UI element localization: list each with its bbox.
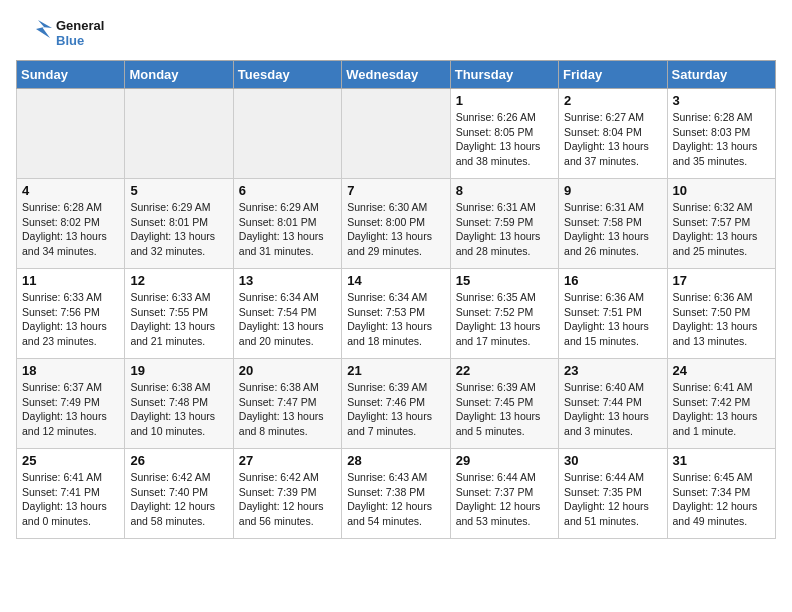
day-info: Sunrise: 6:44 AMSunset: 7:35 PMDaylight:… (564, 470, 661, 529)
day-number: 18 (22, 363, 119, 378)
day-info: Sunrise: 6:29 AMSunset: 8:01 PMDaylight:… (239, 200, 336, 259)
day-info: Sunrise: 6:26 AMSunset: 8:05 PMDaylight:… (456, 110, 553, 169)
day-number: 27 (239, 453, 336, 468)
day-info: Sunrise: 6:31 AMSunset: 7:58 PMDaylight:… (564, 200, 661, 259)
day-number: 19 (130, 363, 227, 378)
day-number: 5 (130, 183, 227, 198)
day-info: Sunrise: 6:38 AMSunset: 7:48 PMDaylight:… (130, 380, 227, 439)
day-info: Sunrise: 6:39 AMSunset: 7:46 PMDaylight:… (347, 380, 444, 439)
calendar-cell: 23Sunrise: 6:40 AMSunset: 7:44 PMDayligh… (559, 359, 667, 449)
day-number: 15 (456, 273, 553, 288)
day-info: Sunrise: 6:44 AMSunset: 7:37 PMDaylight:… (456, 470, 553, 529)
svg-marker-0 (36, 20, 52, 38)
calendar-cell: 14Sunrise: 6:34 AMSunset: 7:53 PMDayligh… (342, 269, 450, 359)
calendar-week-2: 4Sunrise: 6:28 AMSunset: 8:02 PMDaylight… (17, 179, 776, 269)
calendar-cell: 9Sunrise: 6:31 AMSunset: 7:58 PMDaylight… (559, 179, 667, 269)
calendar-cell (17, 89, 125, 179)
day-info: Sunrise: 6:45 AMSunset: 7:34 PMDaylight:… (673, 470, 770, 529)
day-info: Sunrise: 6:41 AMSunset: 7:41 PMDaylight:… (22, 470, 119, 529)
day-info: Sunrise: 6:35 AMSunset: 7:52 PMDaylight:… (456, 290, 553, 349)
day-info: Sunrise: 6:43 AMSunset: 7:38 PMDaylight:… (347, 470, 444, 529)
calendar-cell: 2Sunrise: 6:27 AMSunset: 8:04 PMDaylight… (559, 89, 667, 179)
calendar-cell (125, 89, 233, 179)
calendar-cell: 28Sunrise: 6:43 AMSunset: 7:38 PMDayligh… (342, 449, 450, 539)
day-info: Sunrise: 6:42 AMSunset: 7:40 PMDaylight:… (130, 470, 227, 529)
day-header-thursday: Thursday (450, 61, 558, 89)
day-header-friday: Friday (559, 61, 667, 89)
calendar-cell: 12Sunrise: 6:33 AMSunset: 7:55 PMDayligh… (125, 269, 233, 359)
day-header-saturday: Saturday (667, 61, 775, 89)
day-number: 20 (239, 363, 336, 378)
calendar-cell: 24Sunrise: 6:41 AMSunset: 7:42 PMDayligh… (667, 359, 775, 449)
day-number: 24 (673, 363, 770, 378)
logo-text: General Blue (56, 19, 104, 49)
day-number: 9 (564, 183, 661, 198)
calendar-week-3: 11Sunrise: 6:33 AMSunset: 7:56 PMDayligh… (17, 269, 776, 359)
day-number: 11 (22, 273, 119, 288)
day-number: 4 (22, 183, 119, 198)
day-info: Sunrise: 6:36 AMSunset: 7:51 PMDaylight:… (564, 290, 661, 349)
calendar-week-1: 1Sunrise: 6:26 AMSunset: 8:05 PMDaylight… (17, 89, 776, 179)
page-header: General Blue (16, 16, 776, 52)
day-info: Sunrise: 6:34 AMSunset: 7:54 PMDaylight:… (239, 290, 336, 349)
day-number: 29 (456, 453, 553, 468)
calendar-cell: 30Sunrise: 6:44 AMSunset: 7:35 PMDayligh… (559, 449, 667, 539)
calendar-body: 1Sunrise: 6:26 AMSunset: 8:05 PMDaylight… (17, 89, 776, 539)
day-info: Sunrise: 6:32 AMSunset: 7:57 PMDaylight:… (673, 200, 770, 259)
day-info: Sunrise: 6:40 AMSunset: 7:44 PMDaylight:… (564, 380, 661, 439)
calendar-cell (342, 89, 450, 179)
day-number: 28 (347, 453, 444, 468)
calendar-week-4: 18Sunrise: 6:37 AMSunset: 7:49 PMDayligh… (17, 359, 776, 449)
calendar-cell: 10Sunrise: 6:32 AMSunset: 7:57 PMDayligh… (667, 179, 775, 269)
calendar-cell: 16Sunrise: 6:36 AMSunset: 7:51 PMDayligh… (559, 269, 667, 359)
day-number: 2 (564, 93, 661, 108)
day-info: Sunrise: 6:28 AMSunset: 8:02 PMDaylight:… (22, 200, 119, 259)
calendar-cell: 18Sunrise: 6:37 AMSunset: 7:49 PMDayligh… (17, 359, 125, 449)
day-number: 8 (456, 183, 553, 198)
calendar-cell: 1Sunrise: 6:26 AMSunset: 8:05 PMDaylight… (450, 89, 558, 179)
calendar-cell: 20Sunrise: 6:38 AMSunset: 7:47 PMDayligh… (233, 359, 341, 449)
day-info: Sunrise: 6:41 AMSunset: 7:42 PMDaylight:… (673, 380, 770, 439)
day-info: Sunrise: 6:38 AMSunset: 7:47 PMDaylight:… (239, 380, 336, 439)
calendar-cell (233, 89, 341, 179)
calendar-week-5: 25Sunrise: 6:41 AMSunset: 7:41 PMDayligh… (17, 449, 776, 539)
day-number: 16 (564, 273, 661, 288)
day-number: 23 (564, 363, 661, 378)
calendar-cell: 8Sunrise: 6:31 AMSunset: 7:59 PMDaylight… (450, 179, 558, 269)
day-info: Sunrise: 6:42 AMSunset: 7:39 PMDaylight:… (239, 470, 336, 529)
day-number: 17 (673, 273, 770, 288)
calendar-cell: 13Sunrise: 6:34 AMSunset: 7:54 PMDayligh… (233, 269, 341, 359)
day-info: Sunrise: 6:39 AMSunset: 7:45 PMDaylight:… (456, 380, 553, 439)
calendar-table: SundayMondayTuesdayWednesdayThursdayFrid… (16, 60, 776, 539)
calendar-cell: 26Sunrise: 6:42 AMSunset: 7:40 PMDayligh… (125, 449, 233, 539)
calendar-cell: 25Sunrise: 6:41 AMSunset: 7:41 PMDayligh… (17, 449, 125, 539)
calendar-cell: 29Sunrise: 6:44 AMSunset: 7:37 PMDayligh… (450, 449, 558, 539)
calendar-cell: 7Sunrise: 6:30 AMSunset: 8:00 PMDaylight… (342, 179, 450, 269)
calendar-cell: 11Sunrise: 6:33 AMSunset: 7:56 PMDayligh… (17, 269, 125, 359)
day-number: 3 (673, 93, 770, 108)
day-header-sunday: Sunday (17, 61, 125, 89)
calendar-cell: 3Sunrise: 6:28 AMSunset: 8:03 PMDaylight… (667, 89, 775, 179)
day-info: Sunrise: 6:33 AMSunset: 7:55 PMDaylight:… (130, 290, 227, 349)
day-info: Sunrise: 6:33 AMSunset: 7:56 PMDaylight:… (22, 290, 119, 349)
day-info: Sunrise: 6:30 AMSunset: 8:00 PMDaylight:… (347, 200, 444, 259)
day-number: 26 (130, 453, 227, 468)
day-number: 25 (22, 453, 119, 468)
day-number: 30 (564, 453, 661, 468)
calendar-cell: 15Sunrise: 6:35 AMSunset: 7:52 PMDayligh… (450, 269, 558, 359)
logo-container: General Blue (16, 16, 104, 52)
day-info: Sunrise: 6:29 AMSunset: 8:01 PMDaylight:… (130, 200, 227, 259)
calendar-cell: 17Sunrise: 6:36 AMSunset: 7:50 PMDayligh… (667, 269, 775, 359)
calendar-cell: 31Sunrise: 6:45 AMSunset: 7:34 PMDayligh… (667, 449, 775, 539)
day-info: Sunrise: 6:31 AMSunset: 7:59 PMDaylight:… (456, 200, 553, 259)
day-header-monday: Monday (125, 61, 233, 89)
day-number: 1 (456, 93, 553, 108)
logo-bird-shape (16, 16, 52, 52)
day-number: 13 (239, 273, 336, 288)
calendar-header-row: SundayMondayTuesdayWednesdayThursdayFrid… (17, 61, 776, 89)
day-number: 31 (673, 453, 770, 468)
day-number: 10 (673, 183, 770, 198)
day-header-wednesday: Wednesday (342, 61, 450, 89)
logo: General Blue (16, 16, 104, 52)
day-header-tuesday: Tuesday (233, 61, 341, 89)
